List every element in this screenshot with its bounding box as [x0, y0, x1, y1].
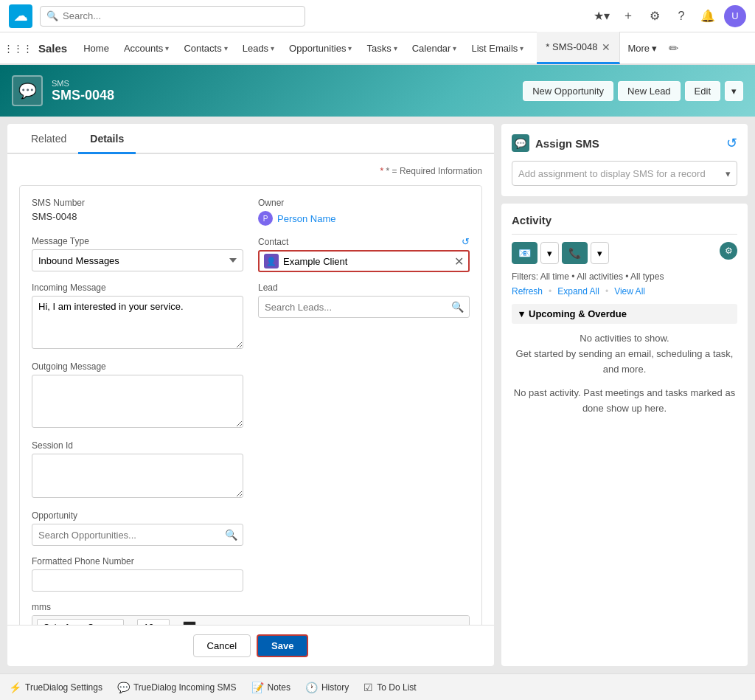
font-size-select[interactable]: 12 [137, 619, 170, 625]
nav-home[interactable]: Home [76, 32, 116, 64]
phone-icon: 📞 [568, 247, 581, 259]
email-arrow-button[interactable]: ▾ [540, 242, 559, 264]
font-family-select[interactable]: Salesforce Sans [37, 619, 124, 625]
lead-search-icon: 🔍 [451, 301, 464, 313]
history-icon: 🕐 [305, 682, 318, 693]
nav-accounts[interactable]: Accounts ▾ [116, 32, 176, 64]
assign-dropdown-arrow: ▾ [726, 168, 731, 179]
assign-dropdown[interactable]: Add assignment to display SMS for a reco… [512, 161, 737, 186]
nav-opportunities[interactable]: Opportunities ▾ [282, 32, 359, 64]
footer-todo[interactable]: ☑ To Do List [363, 682, 416, 693]
nav-list-emails[interactable]: List Emails ▾ [464, 32, 531, 64]
lead-label: Lead [258, 283, 470, 293]
more-actions-dropdown[interactable]: ▾ [725, 81, 743, 101]
activity-settings-icon[interactable]: ⚙ [720, 242, 737, 260]
more-tabs-button[interactable]: More ▾ [620, 43, 664, 54]
refresh-link[interactable]: Refresh [512, 286, 543, 297]
no-activity-text: No activities to show. Get started by se… [512, 331, 737, 377]
footer: ⚡ TrueDialog Settings 💬 TrueDialog Incom… [0, 673, 755, 700]
edit-nav-icon[interactable]: ✏ [669, 41, 678, 55]
contact-field[interactable]: 👤 Example Client ✕ [258, 250, 470, 272]
record-subtitle: SMS [52, 79, 514, 88]
required-info-text: * * = Required Information [19, 166, 482, 176]
todo-label: To Do List [377, 682, 416, 693]
add-icon[interactable]: ＋ [618, 6, 639, 27]
outgoing-label: Outgoing Message [32, 361, 243, 372]
message-type-select[interactable]: Inbound Messages [32, 249, 243, 271]
new-opportunity-button[interactable]: New Opportunity [523, 81, 613, 101]
col-empty-2 [258, 440, 470, 500]
col-incoming: Incoming Message Hi, I am interested in … [32, 283, 243, 351]
activity-card: Activity 📧 ▾ 📞 ▾ ⚙ Filters: All time • A… [501, 204, 748, 666]
top-right-actions: ★▾ ＋ ⚙ ? 🔔 U [591, 5, 746, 27]
nav-bar: ⋮⋮⋮ Sales Home Accounts ▾ Contacts ▾ Lea… [0, 32, 755, 65]
nav-contacts[interactable]: Contacts ▾ [176, 32, 234, 64]
incoming-textarea[interactable]: Hi, I am interested in your service. [32, 296, 243, 349]
global-search-bar[interactable]: 🔍 [40, 6, 305, 27]
phone-input[interactable] [32, 569, 243, 592]
record-header: 💬 SMS SMS-0048 New Opportunity New Lead … [0, 65, 755, 117]
lead-search-input[interactable] [258, 296, 470, 318]
col-sms-number: SMS Number SMS-0048 [32, 198, 243, 226]
setup-icon[interactable]: ⚙ [644, 6, 665, 27]
tab-related[interactable]: Related [19, 124, 78, 154]
app-launcher-icon[interactable]: ⋮⋮⋮ [6, 36, 29, 60]
panel-tabs: Related Details [7, 124, 494, 154]
footer-truedialog-sms[interactable]: 💬 TrueDialog Incoming SMS [117, 682, 237, 693]
upcoming-header[interactable]: ▾ Upcoming & Overdue [512, 304, 737, 324]
footer-truedialog-settings[interactable]: ⚡ TrueDialog Settings [9, 682, 102, 693]
assign-sms-card: 💬 Assign SMS ↺ Add assignment to display… [501, 124, 748, 196]
save-button[interactable]: Save [257, 634, 308, 657]
edit-button[interactable]: Edit [685, 81, 720, 101]
outgoing-textarea[interactable] [32, 375, 243, 428]
history-label: History [321, 682, 349, 693]
owner-label: Owner [258, 198, 470, 208]
nav-calendar[interactable]: Calendar ▾ [405, 32, 465, 64]
assign-placeholder: Add assignment to display SMS for a reco… [518, 168, 706, 179]
active-tab[interactable]: * SMS-0048 ✕ [537, 32, 620, 64]
footer-notes[interactable]: 📝 Notes [251, 682, 290, 693]
nav-leads[interactable]: Leads ▾ [235, 32, 282, 64]
contact-label: Contact [258, 237, 288, 247]
upcoming-chevron-icon: ▾ [519, 308, 524, 319]
new-lead-button[interactable]: New Lead [618, 81, 681, 101]
footer-history[interactable]: 🕐 History [305, 682, 349, 693]
contact-clear-icon[interactable]: ✕ [454, 254, 464, 268]
tab-details[interactable]: Details [78, 124, 136, 154]
record-title: SMS-0048 [52, 88, 514, 103]
contact-refresh-icon[interactable]: ↺ [462, 236, 470, 247]
tasks-arrow: ▾ [394, 44, 397, 52]
leads-arrow: ▾ [271, 44, 274, 52]
owner-name: Person Name [277, 213, 335, 224]
col-contact: Contact ↺ 👤 Example Client ✕ [258, 236, 470, 272]
cancel-button[interactable]: Cancel [193, 634, 251, 657]
emails-arrow: ▾ [520, 44, 523, 52]
user-avatar[interactable]: U [724, 5, 746, 27]
assign-refresh-button[interactable]: ↺ [726, 135, 737, 151]
favorites-icon[interactable]: ★▾ [591, 6, 612, 27]
settings-area: ⚙ [720, 242, 737, 264]
opportunity-search-input[interactable] [32, 524, 243, 546]
notifications-icon[interactable]: 🔔 [697, 6, 718, 27]
accounts-arrow: ▾ [165, 44, 169, 52]
truedialog-sms-label: TrueDialog Incoming SMS [133, 682, 237, 693]
phone-arrow-button[interactable]: ▾ [591, 242, 609, 264]
phone-activity-button[interactable]: 📞 [562, 242, 588, 264]
row-opportunity: Opportunity 🔍 [32, 510, 470, 546]
col-message-type: Message Type Inbound Messages [32, 236, 243, 272]
calendar-arrow: ▾ [453, 44, 456, 52]
help-icon[interactable]: ? [671, 6, 692, 27]
message-type-label: Message Type [32, 236, 243, 246]
search-input[interactable] [63, 10, 299, 21]
nav-tasks[interactable]: Tasks ▾ [359, 32, 404, 64]
more-arrow-icon: ▾ [652, 43, 657, 54]
session-textarea[interactable] [32, 454, 243, 498]
row-mms: mms Salesforce Sans ▾ 12 ▾ [32, 602, 470, 625]
record-actions: New Opportunity New Lead Edit ▾ [523, 81, 743, 101]
view-all-link[interactable]: View All [614, 286, 645, 297]
tab-close-icon[interactable]: ✕ [602, 41, 610, 53]
open-tabs: * SMS-0048 ✕ [537, 32, 620, 64]
expand-all-link[interactable]: Expand All [557, 286, 599, 297]
email-activity-button[interactable]: 📧 [512, 242, 537, 264]
col-opportunity: Opportunity 🔍 [32, 510, 243, 546]
